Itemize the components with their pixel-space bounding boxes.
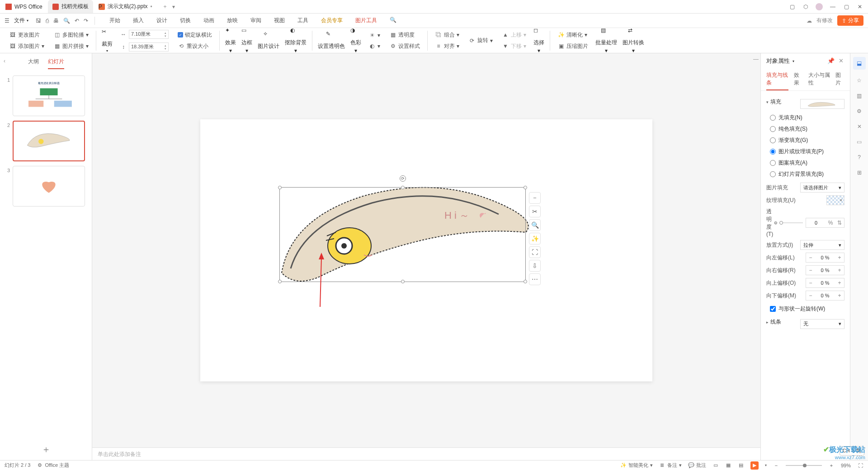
prop-tab-fill[interactable]: 填充与线条 — [766, 69, 788, 90]
theme-indicator[interactable]: ⚙Office 主题 — [37, 462, 69, 469]
prop-tab-picture[interactable]: 图片 — [835, 69, 844, 90]
float-more-icon[interactable]: ⋯ — [529, 273, 541, 285]
search-icon[interactable]: 🔍 — [388, 14, 398, 27]
document-tab[interactable]: P 演示文稿(2).pptx • — [94, 0, 157, 13]
panel-collapse-icon[interactable]: ‹ — [4, 58, 5, 67]
resize-handle-s[interactable] — [401, 280, 405, 283]
view-normal-icon[interactable]: ▭ — [712, 462, 719, 469]
transparency-button[interactable]: ▦透明度 — [387, 30, 422, 40]
zoom-value[interactable]: 99% — [841, 463, 851, 468]
fill-none-radio[interactable]: 无填充(N) — [766, 112, 844, 123]
offset-right-input[interactable]: −0 %+ — [806, 265, 844, 275]
effect-button[interactable]: ✦效果▾ — [222, 27, 239, 54]
height-input[interactable]: 18.39厘米▴▾ — [129, 42, 169, 52]
zoom-in-button[interactable]: + — [828, 462, 835, 469]
width-input[interactable]: 7.10厘米▴▾ — [129, 30, 169, 39]
resize-handle-n[interactable] — [401, 186, 405, 189]
rail-help-icon[interactable]: ? — [855, 153, 864, 162]
tab-tools[interactable]: 工具 — [296, 14, 310, 27]
remove-bg-button[interactable]: ◐抠除背景▾ — [282, 27, 309, 54]
select-button[interactable]: ◻选择▾ — [531, 27, 547, 54]
rail-settings-icon[interactable]: ⚙ — [855, 107, 864, 116]
zoom-slider[interactable] — [786, 465, 822, 466]
convert-button[interactable]: ⇄图片转换▾ — [620, 27, 647, 54]
close-panel-icon[interactable]: ✕ — [837, 57, 844, 65]
tab-animation[interactable]: 动画 — [202, 14, 216, 27]
slideshow-button[interactable]: ▶ — [750, 461, 759, 470]
notes-area[interactable]: 单击此处添加备注 — [92, 447, 760, 460]
color-button[interactable]: ◑色彩▾ — [348, 27, 364, 54]
export-icon[interactable]: ⎙ — [46, 18, 49, 24]
share-button[interactable]: ⇪ 分享 — [837, 15, 863, 26]
prop-tab-size[interactable]: 大小与属性 — [808, 69, 830, 90]
float-crop-icon[interactable]: ✂ — [529, 206, 541, 217]
maximize-button[interactable]: ▢ — [843, 3, 850, 10]
redo-button[interactable]: ↷ — [84, 18, 88, 24]
ime-indicator[interactable]: CH ♫ 简 — [840, 446, 864, 456]
slide-thumb-1[interactable]: 最先进处类别标题 — [13, 75, 85, 116]
slide-thumb-3[interactable] — [13, 166, 85, 207]
align-button[interactable]: ≡对齐▾ — [433, 42, 461, 51]
resize-handle-ne[interactable] — [524, 186, 527, 189]
offset-bottom-input[interactable]: −0 %+ — [806, 291, 844, 301]
tab-start[interactable]: 开始 — [108, 14, 122, 27]
cloud-sync-icon[interactable]: ☁ — [807, 18, 812, 24]
app-tab[interactable]: WPS Office — [0, 0, 48, 13]
fit-screen-icon[interactable]: ⛶ — [857, 462, 863, 469]
chevron-down-icon[interactable]: ▾ — [793, 59, 794, 63]
comments-toggle[interactable]: 💬批注 — [688, 462, 706, 469]
fill-solid-radio[interactable]: 纯色填充(S) — [766, 123, 844, 135]
file-menu[interactable]: 文件▾ — [11, 15, 31, 26]
tab-review[interactable]: 审阅 — [249, 14, 263, 27]
rotate-handle[interactable]: ⟳ — [400, 175, 406, 182]
change-picture-button[interactable]: 🖼更改图片 — [7, 30, 46, 40]
beautify-button[interactable]: ✨智能美化 ▾ — [620, 462, 653, 469]
save-icon[interactable]: 🖫 — [36, 18, 41, 24]
rail-star-icon[interactable]: ☆ — [855, 76, 864, 85]
zoom-out-button[interactable]: − — [773, 462, 779, 469]
rail-book-icon[interactable]: ▭ — [855, 137, 864, 146]
right-collapse-icon[interactable]: — — [753, 56, 759, 62]
window-icon[interactable]: ▢ — [788, 3, 796, 10]
offset-top-input[interactable]: −0 %+ — [806, 278, 844, 288]
pin-icon[interactable]: 📌 — [827, 57, 835, 65]
tab-insert[interactable]: 插入 — [131, 14, 146, 27]
tab-overflow-button[interactable]: ▾ — [172, 4, 175, 10]
batch-button[interactable]: ▤批量处理▾ — [593, 27, 620, 54]
float-fit-icon[interactable]: ⛶ — [529, 246, 541, 258]
combine-button[interactable]: ⿻组合▾ — [433, 30, 461, 40]
rail-layers-icon[interactable]: ▥ — [855, 91, 864, 100]
placement-select[interactable]: 拉伸▾ — [800, 240, 844, 250]
rail-tools-icon[interactable]: ✕ — [855, 122, 864, 131]
add-slide-button[interactable]: ＋ — [0, 439, 92, 460]
new-tab-button[interactable]: ＋ — [158, 3, 172, 10]
rail-properties-icon[interactable]: ⬓ — [853, 57, 866, 70]
print-icon[interactable]: 🖶 — [53, 18, 59, 24]
resize-handle-sw[interactable] — [278, 280, 282, 283]
slideshow-dropdown[interactable]: ▾ — [765, 463, 767, 467]
contrast-button[interactable]: ◐▾ — [367, 42, 382, 51]
multi-rotate-button[interactable]: ◫多图轮播 ▾ — [52, 30, 90, 40]
line-section-header[interactable]: ▸线条 — [766, 318, 781, 326]
brightness-button[interactable]: ☀▾ — [367, 31, 382, 40]
view-sorter-icon[interactable]: ▦ — [725, 462, 731, 469]
rail-apps-icon[interactable]: ⊞ — [855, 168, 864, 177]
compress-button[interactable]: ▣压缩图片 — [556, 42, 590, 51]
preview-icon[interactable]: 🔍 — [63, 18, 70, 24]
transparency-slider[interactable]: ⊝ 0%⇅ — [774, 218, 844, 228]
set-transparent-button[interactable]: ✎设置透明色 — [315, 31, 348, 50]
fill-gradient-radio[interactable]: 渐变填充(G) — [766, 135, 844, 146]
border-button[interactable]: ▭边框▾ — [239, 27, 255, 54]
rotate-with-shape-checkbox[interactable]: 与形状一起旋转(W) — [766, 303, 844, 315]
close-window-button[interactable]: ✕ — [856, 3, 863, 10]
undo-button[interactable]: ↶ — [75, 18, 79, 24]
tab-transition[interactable]: 切换 — [178, 14, 193, 27]
add-picture-button[interactable]: 🖼添加图片 ▾ — [7, 42, 46, 51]
rotate-button[interactable]: ⟳旋转▾ — [467, 36, 495, 45]
prop-tab-effect[interactable]: 效果 — [794, 69, 803, 90]
tab-slides[interactable]: 幻灯片 — [48, 58, 64, 69]
float-zoom-icon[interactable]: 🔍 — [529, 219, 541, 231]
fill-slidebg-radio[interactable]: 幻灯片背景填充(B) — [766, 169, 844, 180]
lock-ratio-checkbox[interactable]: ✓锁定纵横比 — [176, 30, 214, 40]
user-avatar[interactable] — [816, 3, 823, 10]
